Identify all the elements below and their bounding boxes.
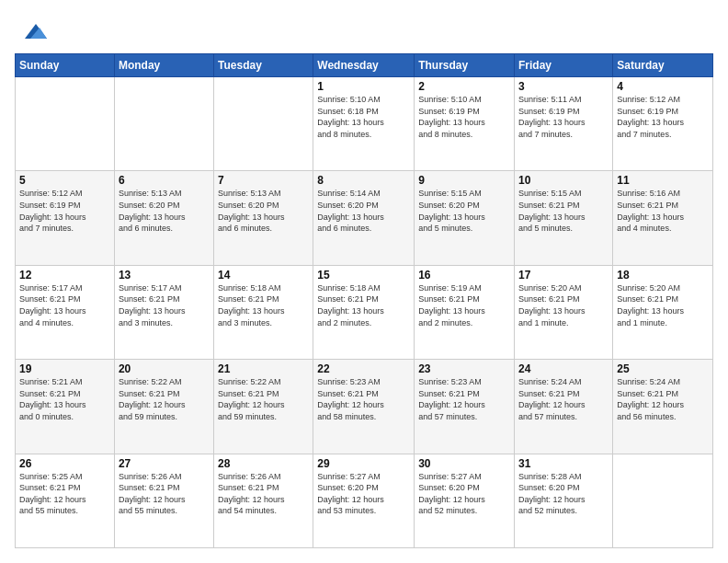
- day-info: Sunrise: 5:17 AM Sunset: 6:21 PM Dayligh…: [119, 282, 210, 328]
- weekday-header-saturday: Saturday: [613, 54, 713, 77]
- weekday-header-thursday: Thursday: [415, 54, 515, 77]
- day-cell: [613, 454, 713, 547]
- week-row-3: 12Sunrise: 5:17 AM Sunset: 6:21 PM Dayli…: [16, 265, 713, 359]
- day-cell: 29Sunrise: 5:27 AM Sunset: 6:20 PM Dayli…: [313, 454, 415, 547]
- day-number: 9: [418, 174, 510, 187]
- day-info: Sunrise: 5:22 AM Sunset: 6:21 PM Dayligh…: [119, 376, 210, 422]
- page: SundayMondayTuesdayWednesdayThursdayFrid…: [0, 0, 728, 563]
- day-cell: [16, 77, 115, 171]
- day-cell: 6Sunrise: 5:13 AM Sunset: 6:20 PM Daylig…: [114, 171, 213, 265]
- day-info: Sunrise: 5:18 AM Sunset: 6:21 PM Dayligh…: [317, 282, 410, 328]
- day-cell: 16Sunrise: 5:19 AM Sunset: 6:21 PM Dayli…: [415, 265, 515, 359]
- day-cell: [114, 77, 213, 171]
- day-number: 21: [218, 362, 309, 375]
- day-number: 6: [119, 174, 210, 187]
- day-cell: 15Sunrise: 5:18 AM Sunset: 6:21 PM Dayli…: [313, 265, 415, 359]
- day-info: Sunrise: 5:26 AM Sunset: 6:21 PM Dayligh…: [119, 471, 210, 517]
- weekday-header-wednesday: Wednesday: [313, 54, 415, 77]
- day-info: Sunrise: 5:13 AM Sunset: 6:20 PM Dayligh…: [218, 188, 309, 234]
- weekday-header-friday: Friday: [515, 54, 613, 77]
- day-info: Sunrise: 5:23 AM Sunset: 6:21 PM Dayligh…: [418, 376, 510, 422]
- week-row-5: 26Sunrise: 5:25 AM Sunset: 6:21 PM Dayli…: [16, 454, 713, 547]
- week-row-1: 1Sunrise: 5:10 AM Sunset: 6:18 PM Daylig…: [16, 77, 713, 171]
- day-number: 7: [218, 174, 309, 187]
- day-number: 24: [518, 362, 609, 375]
- day-info: Sunrise: 5:16 AM Sunset: 6:21 PM Dayligh…: [617, 188, 709, 234]
- day-cell: 21Sunrise: 5:22 AM Sunset: 6:21 PM Dayli…: [214, 360, 313, 454]
- day-info: Sunrise: 5:12 AM Sunset: 6:19 PM Dayligh…: [617, 94, 709, 140]
- day-cell: 27Sunrise: 5:26 AM Sunset: 6:21 PM Dayli…: [114, 454, 213, 547]
- day-info: Sunrise: 5:14 AM Sunset: 6:20 PM Dayligh…: [317, 188, 410, 234]
- day-number: 18: [617, 269, 709, 282]
- day-number: 19: [19, 362, 110, 375]
- day-cell: 10Sunrise: 5:15 AM Sunset: 6:21 PM Dayli…: [515, 171, 613, 265]
- day-number: 1: [317, 80, 410, 93]
- day-number: 22: [317, 362, 410, 375]
- day-number: 11: [617, 174, 709, 187]
- day-number: 10: [518, 174, 609, 187]
- day-number: 26: [19, 457, 110, 470]
- day-cell: 13Sunrise: 5:17 AM Sunset: 6:21 PM Dayli…: [114, 265, 213, 359]
- day-info: Sunrise: 5:18 AM Sunset: 6:21 PM Dayligh…: [218, 282, 309, 328]
- day-number: 5: [19, 174, 110, 187]
- calendar-table: SundayMondayTuesdayWednesdayThursdayFrid…: [15, 53, 713, 548]
- day-number: 14: [218, 269, 309, 282]
- day-info: Sunrise: 5:12 AM Sunset: 6:19 PM Dayligh…: [19, 188, 110, 234]
- day-info: Sunrise: 5:25 AM Sunset: 6:21 PM Dayligh…: [19, 471, 110, 517]
- day-number: 8: [317, 174, 410, 187]
- day-cell: [214, 77, 313, 171]
- weekday-header-monday: Monday: [114, 54, 213, 77]
- day-cell: 9Sunrise: 5:15 AM Sunset: 6:20 PM Daylig…: [415, 171, 515, 265]
- day-info: Sunrise: 5:15 AM Sunset: 6:20 PM Dayligh…: [418, 188, 510, 234]
- day-number: 28: [218, 457, 309, 470]
- day-cell: 30Sunrise: 5:27 AM Sunset: 6:20 PM Dayli…: [415, 454, 515, 547]
- logo-icon: [17, 15, 47, 44]
- day-info: Sunrise: 5:20 AM Sunset: 6:21 PM Dayligh…: [617, 282, 709, 328]
- weekday-header-sunday: Sunday: [16, 54, 115, 77]
- day-cell: 24Sunrise: 5:24 AM Sunset: 6:21 PM Dayli…: [515, 360, 613, 454]
- day-number: 27: [119, 457, 210, 470]
- week-row-2: 5Sunrise: 5:12 AM Sunset: 6:19 PM Daylig…: [16, 171, 713, 265]
- day-info: Sunrise: 5:24 AM Sunset: 6:21 PM Dayligh…: [617, 376, 709, 422]
- day-info: Sunrise: 5:20 AM Sunset: 6:21 PM Dayligh…: [518, 282, 609, 328]
- day-cell: 2Sunrise: 5:10 AM Sunset: 6:19 PM Daylig…: [415, 77, 515, 171]
- day-cell: 17Sunrise: 5:20 AM Sunset: 6:21 PM Dayli…: [515, 265, 613, 359]
- day-info: Sunrise: 5:19 AM Sunset: 6:21 PM Dayligh…: [418, 282, 510, 328]
- day-info: Sunrise: 5:13 AM Sunset: 6:20 PM Dayligh…: [119, 188, 210, 234]
- logo: [15, 15, 47, 44]
- day-info: Sunrise: 5:17 AM Sunset: 6:21 PM Dayligh…: [19, 282, 110, 328]
- day-cell: 11Sunrise: 5:16 AM Sunset: 6:21 PM Dayli…: [613, 171, 713, 265]
- day-info: Sunrise: 5:22 AM Sunset: 6:21 PM Dayligh…: [218, 376, 309, 422]
- day-info: Sunrise: 5:10 AM Sunset: 6:18 PM Dayligh…: [317, 94, 410, 140]
- day-info: Sunrise: 5:28 AM Sunset: 6:20 PM Dayligh…: [518, 471, 609, 517]
- day-number: 13: [119, 269, 210, 282]
- day-info: Sunrise: 5:24 AM Sunset: 6:21 PM Dayligh…: [518, 376, 609, 422]
- day-info: Sunrise: 5:15 AM Sunset: 6:21 PM Dayligh…: [518, 188, 609, 234]
- day-info: Sunrise: 5:11 AM Sunset: 6:19 PM Dayligh…: [518, 94, 609, 140]
- day-cell: 5Sunrise: 5:12 AM Sunset: 6:19 PM Daylig…: [16, 171, 115, 265]
- weekday-header-tuesday: Tuesday: [214, 54, 313, 77]
- day-cell: 14Sunrise: 5:18 AM Sunset: 6:21 PM Dayli…: [214, 265, 313, 359]
- day-info: Sunrise: 5:26 AM Sunset: 6:21 PM Dayligh…: [218, 471, 309, 517]
- day-number: 12: [19, 269, 110, 282]
- day-cell: 19Sunrise: 5:21 AM Sunset: 6:21 PM Dayli…: [16, 360, 115, 454]
- day-info: Sunrise: 5:27 AM Sunset: 6:20 PM Dayligh…: [418, 471, 510, 517]
- day-number: 16: [418, 269, 510, 282]
- day-number: 29: [317, 457, 410, 470]
- day-cell: 12Sunrise: 5:17 AM Sunset: 6:21 PM Dayli…: [16, 265, 115, 359]
- day-number: 31: [518, 457, 609, 470]
- day-cell: 20Sunrise: 5:22 AM Sunset: 6:21 PM Dayli…: [114, 360, 213, 454]
- day-cell: 31Sunrise: 5:28 AM Sunset: 6:20 PM Dayli…: [515, 454, 613, 547]
- day-info: Sunrise: 5:10 AM Sunset: 6:19 PM Dayligh…: [418, 94, 510, 140]
- day-number: 20: [119, 362, 210, 375]
- day-number: 23: [418, 362, 510, 375]
- day-info: Sunrise: 5:23 AM Sunset: 6:21 PM Dayligh…: [317, 376, 410, 422]
- day-number: 4: [617, 80, 709, 93]
- day-number: 2: [418, 80, 510, 93]
- day-cell: 4Sunrise: 5:12 AM Sunset: 6:19 PM Daylig…: [613, 77, 713, 171]
- day-cell: 23Sunrise: 5:23 AM Sunset: 6:21 PM Dayli…: [415, 360, 515, 454]
- day-number: 25: [617, 362, 709, 375]
- day-cell: 18Sunrise: 5:20 AM Sunset: 6:21 PM Dayli…: [613, 265, 713, 359]
- day-info: Sunrise: 5:27 AM Sunset: 6:20 PM Dayligh…: [317, 471, 410, 517]
- week-row-4: 19Sunrise: 5:21 AM Sunset: 6:21 PM Dayli…: [16, 360, 713, 454]
